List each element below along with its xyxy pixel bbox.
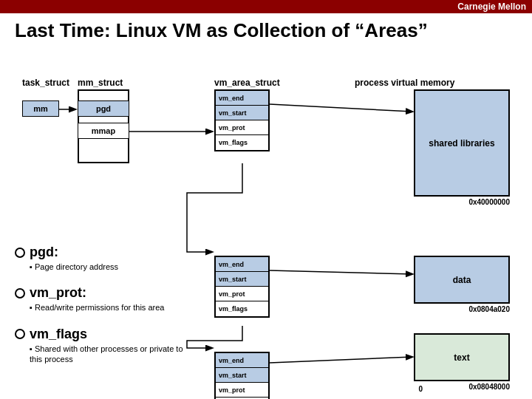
bullet-pgd: pgd: ▪ Page directory address — [15, 245, 185, 272]
vma1-box: vm_end vm_start vm_prot vm_flags — [214, 89, 270, 151]
brand-label: Carnegie Mellon — [457, 1, 526, 12]
bullet-pgd-title: pgd: — [15, 245, 185, 260]
pvm-shared-libraries: shared libraries — [414, 89, 510, 197]
vma1-vm-start: vm_start — [216, 106, 268, 120]
top-bar: Carnegie Mellon — [0, 0, 532, 13]
process-vm-label: process virtual memory — [355, 78, 454, 88]
page-title: Last Time: Linux VM as Collection of “Ar… — [0, 13, 532, 45]
pvm-text-label: text — [454, 352, 469, 363]
pvm-shared-label: shared libraries — [429, 138, 494, 149]
bullet-vm-flags: vm_flags ▪ Shared with other processes o… — [15, 327, 185, 365]
vma1-vm-prot: vm_prot — [216, 120, 268, 135]
addr-shared-label: 0x40000000 — [468, 198, 510, 206]
bullet-pgd-desc: ▪ Page directory address — [30, 262, 185, 272]
bullet-vm-flags-title: vm_flags — [15, 327, 185, 342]
mm-struct-label: mm_struct — [78, 78, 123, 88]
vma3-vm-prot: vm_prot — [216, 383, 268, 398]
bullet-vm-flags-circle — [15, 329, 25, 339]
vma3-vm-start: vm_start — [216, 368, 268, 383]
pvm-data: data — [414, 256, 510, 304]
addr-data-label: 0x0804a020 — [468, 305, 510, 313]
vma2-vm-flags: vm_flags — [216, 301, 268, 316]
bullet-vm-prot-desc: ▪ Read/write permissions for this area — [30, 302, 185, 313]
vma2-vm-prot: vm_prot — [216, 287, 268, 301]
bullet-pgd-label: pgd: — [30, 245, 58, 260]
vma1-vm-flags: vm_flags — [216, 135, 268, 150]
svg-line-4 — [270, 357, 412, 363]
addr-zero-label: 0 — [418, 385, 423, 393]
mmap-row: mmap — [78, 123, 129, 139]
bullet-vm-prot-title: vm_prot: — [15, 285, 185, 301]
addr-text-label: 0x08048000 — [468, 383, 510, 391]
vma2-box: vm_end vm_start vm_prot vm_flags — [214, 256, 270, 318]
vma1-vm-end: vm_end — [216, 91, 268, 106]
bullet-list: pgd: ▪ Page directory address vm_prot: ▪… — [15, 245, 185, 378]
pgd-row: pgd — [78, 100, 129, 117]
mm-row: mm — [22, 100, 59, 117]
svg-line-2 — [270, 104, 412, 112]
vma2-vm-start: vm_start — [216, 272, 268, 287]
pvm-text: text — [414, 333, 510, 381]
vm-area-struct-label: vm_area_struct — [214, 78, 280, 88]
bullet-vm-prot-label: vm_prot: — [30, 285, 86, 301]
vma2-vm-end: vm_end — [216, 257, 268, 272]
task-struct-label: task_struct — [22, 78, 69, 88]
pvm-data-label: data — [453, 275, 471, 285]
vma3-vm-end: vm_end — [216, 353, 268, 368]
svg-line-3 — [270, 270, 412, 274]
bullet-vm-prot-circle — [15, 288, 25, 299]
bullet-pgd-circle — [15, 248, 25, 258]
bullet-vm-prot: vm_prot: ▪ Read/write permissions for th… — [15, 285, 185, 313]
bullet-vm-flags-desc: ▪ Shared with other processes or private… — [30, 344, 185, 365]
bullet-vm-flags-label: vm_flags — [30, 327, 87, 342]
main-content: task_struct mm mm_struct pgd mmap vm_are… — [0, 45, 532, 392]
vma3-box: vm_end vm_start vm_prot vm_flags vm_next — [214, 352, 270, 399]
